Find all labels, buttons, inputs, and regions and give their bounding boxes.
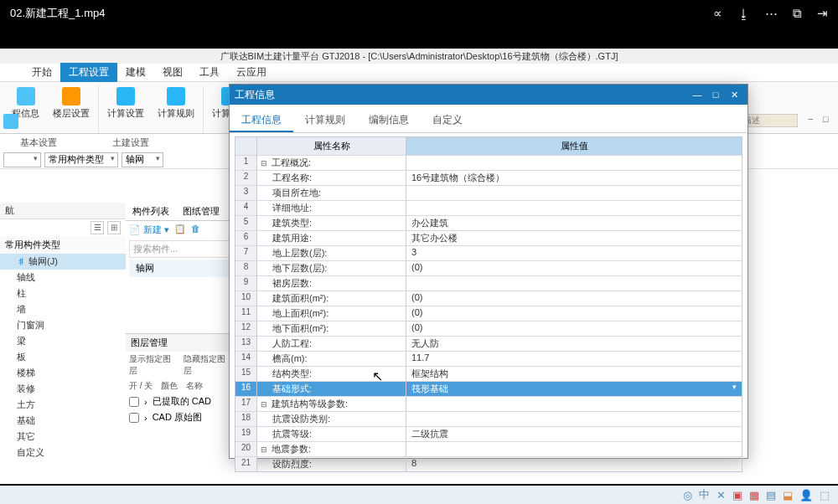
component-item-axis[interactable]: 轴网 — [129, 260, 231, 277]
property-value[interactable] — [406, 156, 742, 170]
property-value[interactable]: 16号建筑物（综合楼） — [406, 171, 742, 185]
property-value[interactable]: (0) — [406, 306, 742, 321]
menu-tools[interactable]: 工具 — [191, 63, 228, 82]
tree-item[interactable]: 装修 — [0, 381, 126, 397]
view-list-icon[interactable]: ☰ — [91, 221, 104, 234]
component-search[interactable]: 搜索构件... — [129, 240, 231, 258]
tree-item[interactable]: 板 — [0, 349, 126, 365]
minimize-icon[interactable]: − — [808, 114, 820, 126]
property-row[interactable]: 3项目所在地: — [235, 185, 742, 200]
property-value[interactable]: 筏形基础 — [406, 382, 742, 396]
property-row[interactable]: 6建筑用途:其它办公楼 — [235, 230, 742, 245]
property-row[interactable]: 9裙房层数: — [235, 275, 742, 291]
tree-item[interactable]: 自定义 — [0, 445, 126, 460]
property-row[interactable]: 4详细地址: — [235, 200, 742, 215]
status-icon-3[interactable]: ✕ — [716, 489, 726, 501]
dialog-minimize-icon[interactable]: — — [689, 90, 706, 100]
btn-hide-layers[interactable]: 隐藏指定图层 — [184, 353, 231, 377]
more-icon[interactable]: ⋯ — [765, 6, 778, 21]
property-value[interactable]: 无人防 — [406, 337, 742, 351]
property-row[interactable]: 20⊟ 地震参数: — [235, 441, 742, 456]
status-icon-5[interactable]: ▦ — [749, 489, 759, 501]
tree-item[interactable]: 梁 — [0, 333, 126, 349]
tree-item[interactable]: 柱 — [0, 285, 126, 301]
btn-new-component[interactable]: 📄 新建 ▾ — [129, 224, 169, 236]
dropdown-axis[interactable]: 轴网 — [122, 152, 163, 167]
tree-item[interactable]: 墙 — [0, 301, 126, 317]
property-row[interactable]: 14檐高(m):11.7 — [235, 351, 742, 366]
property-value[interactable] — [406, 276, 742, 291]
tree-group-header[interactable]: 常用构件类型 — [0, 236, 126, 254]
status-icon-6[interactable]: ▤ — [766, 489, 776, 501]
layer-expand-2[interactable]: › — [144, 413, 147, 423]
pip-icon[interactable]: ⧉ — [793, 6, 802, 21]
status-icon-9[interactable]: ⬚ — [820, 489, 830, 501]
tab-component-list[interactable]: 构件列表 — [126, 203, 176, 220]
property-row[interactable]: 2工程名称:16号建筑物（综合楼） — [235, 170, 742, 185]
property-value[interactable] — [406, 442, 742, 456]
property-row[interactable]: 5建筑类型:办公建筑 — [235, 215, 742, 230]
status-icon-4[interactable]: ▣ — [732, 489, 742, 501]
property-value[interactable]: 二级抗震 — [406, 427, 742, 441]
property-row[interactable]: 10建筑面积(m²):(0) — [235, 291, 742, 306]
layer-checkbox-2[interactable] — [129, 413, 139, 423]
tree-item[interactable]: 轴线 — [0, 270, 126, 285]
property-value[interactable]: 8 — [406, 457, 742, 471]
tree-item[interactable]: 门窗洞 — [0, 317, 126, 333]
layer-checkbox-1[interactable] — [129, 397, 139, 407]
fullscreen-icon[interactable]: ⇥ — [817, 6, 828, 21]
layer-row-original[interactable]: › CAD 原始图 — [126, 409, 235, 425]
property-value[interactable] — [406, 201, 742, 215]
property-row[interactable]: 1⊟ 工程概况: — [235, 155, 742, 170]
tree-item[interactable]: 楼梯 — [0, 365, 126, 381]
property-value[interactable]: (0) — [406, 321, 742, 336]
property-row[interactable]: 7地上层数(层):3 — [235, 245, 742, 260]
app-start-icon[interactable] — [3, 114, 18, 129]
menu-project-settings[interactable]: 工程设置 — [60, 63, 117, 82]
property-value[interactable]: 办公建筑 — [406, 216, 742, 230]
property-row[interactable]: 15结构类型:框架结构 — [235, 366, 742, 381]
dialog-titlebar[interactable]: 工程信息 — □ ✕ — [230, 85, 747, 105]
tree-item[interactable]: 基础 — [0, 413, 126, 429]
share-icon[interactable]: ∝ — [713, 6, 722, 21]
tab-drawing-mgmt[interactable]: 图纸管理 — [176, 203, 226, 220]
dropdown-floor[interactable] — [3, 152, 41, 167]
btn-show-layers[interactable]: 显示指定图层 — [129, 353, 177, 377]
property-row[interactable]: 17⊟ 建筑结构等级参数: — [235, 396, 742, 411]
property-row[interactable]: 11地上面积(m²):(0) — [235, 306, 742, 321]
layer-row-extracted[interactable]: › 已提取的 CAD — [126, 393, 235, 409]
view-grid-icon[interactable]: ⊞ — [107, 221, 121, 234]
menu-start[interactable]: 开始 — [23, 63, 60, 82]
property-value[interactable] — [406, 186, 742, 200]
property-row[interactable]: 19抗震等级:二级抗震 — [235, 426, 742, 441]
layer-expand-1[interactable]: › — [144, 397, 147, 407]
tree-item[interactable]: 其它 — [0, 429, 126, 445]
property-row[interactable]: 13人防工程:无人防 — [235, 336, 742, 351]
property-value[interactable]: 框架结构 — [406, 367, 742, 381]
tree-item[interactable]: 土方 — [0, 397, 126, 413]
ribbon-floor-settings[interactable]: 楼层设置 — [48, 85, 95, 121]
property-value[interactable]: (0) — [406, 291, 742, 306]
dropdown-component-type[interactable]: 常用构件类型 — [44, 152, 118, 167]
dialog-close-icon[interactable]: ✕ — [726, 90, 742, 100]
status-icon-8[interactable]: 👤 — [799, 489, 813, 501]
property-value[interactable] — [406, 412, 742, 426]
ribbon-calc-rules[interactable]: 计算规则 — [153, 85, 199, 121]
btn-delete-icon[interactable]: 🗑 — [191, 224, 200, 236]
status-icon-2[interactable]: 中 — [699, 487, 710, 502]
status-icon-1[interactable]: ◎ — [683, 489, 692, 501]
property-row[interactable]: 16基础形式:筏形基础 — [235, 381, 742, 396]
property-value[interactable]: 3 — [406, 246, 742, 260]
status-icon-7[interactable]: ⬓ — [783, 489, 793, 501]
property-value[interactable]: (0) — [406, 261, 742, 275]
property-value[interactable]: 其它办公楼 — [406, 231, 742, 245]
property-value[interactable] — [406, 397, 742, 411]
menu-view[interactable]: 视图 — [154, 63, 191, 82]
property-value[interactable]: 11.7 — [406, 352, 742, 366]
dialog-tab-edit-info[interactable]: 编制信息 — [357, 110, 421, 132]
maximize-icon[interactable]: □ — [823, 114, 835, 126]
dialog-maximize-icon[interactable]: □ — [707, 90, 724, 100]
dialog-tab-project-info[interactable]: 工程信息 — [230, 110, 293, 132]
property-row[interactable]: 21设防烈度:8 — [235, 456, 742, 471]
property-row[interactable]: 12地下面积(m²):(0) — [235, 321, 742, 336]
